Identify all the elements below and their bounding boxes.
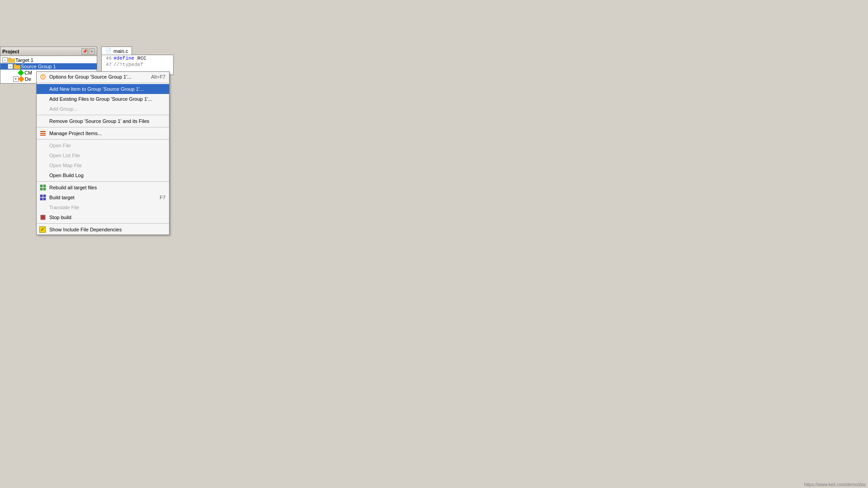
tree-item-target1[interactable]: − Target 1: [0, 57, 97, 63]
menu-item-open-file: Open File: [37, 141, 169, 150]
separator-6: [37, 223, 169, 224]
label-dev: De: [25, 76, 31, 82]
svg-rect-16: [40, 198, 42, 200]
menu-label-build-target: Build target: [49, 195, 75, 200]
separator-4: [37, 139, 169, 140]
code-line-47: 47 //?typedef: [102, 61, 173, 68]
menu-label-open-list: Open List File: [49, 153, 80, 158]
folder-icon-target1: [8, 57, 15, 63]
svg-rect-15: [43, 195, 46, 197]
menu-item-open-build-log[interactable]: Open Build Log: [37, 170, 169, 180]
code-comment-47: //?typedef: [113, 61, 143, 68]
context-menu: Options for Group 'Source Group 1'... Al…: [36, 71, 170, 235]
menu-label-remove-group: Remove Group 'Source Group 1' and its Fi…: [49, 118, 149, 124]
svg-rect-13: [43, 188, 46, 190]
manage-icon: [39, 130, 47, 137]
menu-label-add-existing: Add Existing Files to Group 'Source Grou…: [49, 96, 152, 102]
menu-item-manage[interactable]: Manage Project Items...: [37, 128, 169, 138]
svg-point-6: [42, 78, 43, 79]
code-keyword-46: #define: [113, 55, 134, 61]
stop-build-icon: [39, 214, 47, 221]
expander-source-group1[interactable]: −: [8, 64, 13, 69]
menu-item-stop-build[interactable]: Stop build: [37, 212, 169, 222]
label-source-group1: Source Group 1: [21, 64, 56, 69]
diamond-icon-dev: [18, 76, 24, 82]
menu-item-show-include[interactable]: ✓ Show Include File Dependencies: [37, 225, 169, 235]
svg-rect-14: [40, 195, 42, 197]
tab-icon-mainc: 📄: [105, 48, 112, 54]
folder-icon-source-group1: [14, 64, 21, 69]
menu-shortcut-build-target: F7: [160, 195, 165, 200]
checkmark-icon: ✓: [41, 227, 44, 232]
separator-3: [37, 127, 169, 127]
svg-rect-17: [43, 198, 46, 200]
label-target1: Target 1: [15, 57, 33, 63]
menu-item-open-list: Open List File: [37, 150, 169, 160]
svg-rect-18: [41, 215, 45, 220]
svg-rect-3: [14, 64, 16, 66]
menu-label-options: Options for Group 'Source Group 1'...: [49, 74, 132, 80]
expander-target1[interactable]: −: [2, 57, 8, 63]
panel-close-button[interactable]: ×: [89, 48, 95, 55]
menu-item-build-target[interactable]: Build target F7: [37, 192, 169, 202]
svg-rect-10: [40, 185, 42, 187]
tab-mainc[interactable]: 📄 main.c: [101, 47, 132, 55]
code-line-46: 46 #define RCC: [102, 55, 173, 61]
separator-2: [37, 115, 169, 115]
panel-pin-button[interactable]: 📌: [81, 48, 88, 55]
menu-label-stop-build: Stop build: [49, 215, 71, 220]
menu-label-translate: Translate File: [49, 205, 79, 210]
svg-rect-9: [40, 135, 46, 136]
menu-item-options[interactable]: Options for Group 'Source Group 1'... Al…: [37, 72, 169, 82]
tab-label-mainc: main.c: [113, 48, 128, 54]
code-tab-bar: 📄 main.c: [101, 47, 132, 55]
menu-item-open-map: Open Map File: [37, 160, 169, 170]
menu-label-rebuild: Rebuild all target files: [49, 185, 97, 190]
project-panel-title: Project: [2, 49, 19, 54]
svg-rect-8: [40, 133, 46, 134]
rebuild-icon: [39, 184, 47, 191]
svg-rect-11: [43, 185, 46, 187]
menu-shortcut-options: Alt+F7: [151, 74, 165, 80]
menu-label-show-include: Show Include File Dependencies: [49, 227, 122, 232]
svg-rect-1: [8, 58, 11, 59]
panel-icons: 📌 ×: [81, 48, 95, 55]
separator-5: [37, 181, 169, 182]
svg-rect-2: [14, 65, 20, 69]
line-num-46: 46: [103, 55, 112, 61]
line-num-47: 47: [103, 61, 112, 68]
project-panel-header: Project 📌 ×: [0, 47, 97, 56]
svg-rect-12: [40, 188, 42, 190]
svg-rect-0: [8, 59, 15, 63]
svg-rect-7: [40, 131, 46, 132]
checkbox-show-include: ✓: [39, 226, 46, 233]
options-icon: [39, 73, 47, 80]
bottom-url: https://www.keil.com/demo/doc: [804, 482, 866, 487]
code-content-46: RCC: [134, 55, 146, 61]
menu-item-translate: Translate File: [37, 202, 169, 212]
menu-label-manage: Manage Project Items...: [49, 131, 102, 136]
label-cm: CM: [24, 70, 32, 75]
menu-item-add-group: Add Group...: [37, 104, 169, 114]
menu-label-open-build-log: Open Build Log: [49, 173, 84, 178]
menu-item-add-existing[interactable]: Add Existing Files to Group 'Source Grou…: [37, 94, 169, 104]
menu-label-open-file: Open File: [49, 143, 71, 148]
menu-label-add-new: Add New Item to Group 'Source Group 1'..…: [49, 86, 144, 92]
build-target-icon: [39, 194, 47, 201]
menu-item-rebuild[interactable]: Rebuild all target files: [37, 183, 169, 192]
menu-item-remove-group[interactable]: Remove Group 'Source Group 1' and its Fi…: [37, 116, 169, 126]
menu-item-add-new[interactable]: Add New Item to Group 'Source Group 1'..…: [37, 84, 169, 94]
diamond-icon-cm: [18, 70, 24, 76]
menu-label-open-map: Open Map File: [49, 163, 82, 168]
tree-item-source-group1[interactable]: − Source Group 1: [0, 63, 97, 70]
separator-1: [37, 83, 169, 83]
menu-label-add-group: Add Group...: [49, 106, 77, 112]
